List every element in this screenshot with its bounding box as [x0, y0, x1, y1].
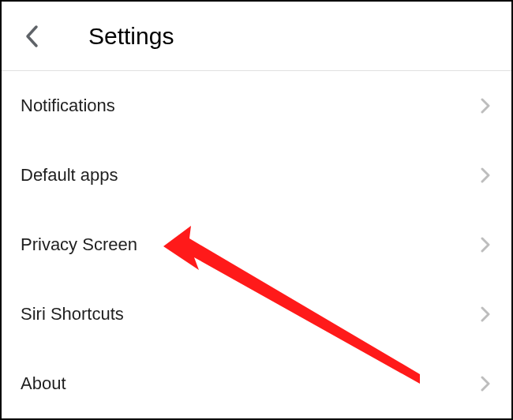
chevron-right-icon [478, 238, 492, 252]
header: Settings [2, 2, 511, 71]
list-item-label: Notifications [21, 96, 115, 116]
list-item-label: Privacy Screen [21, 234, 137, 255]
list-item-label: Siri Shortcuts [21, 304, 124, 324]
settings-list: Notifications Default apps Privacy Scree… [2, 71, 511, 418]
page-title: Settings [88, 23, 174, 50]
list-item-privacy-screen[interactable]: Privacy Screen [21, 210, 492, 279]
list-item-about[interactable]: About [21, 349, 492, 418]
chevron-right-icon [478, 307, 492, 321]
list-item-notifications[interactable]: Notifications [21, 71, 492, 141]
chevron-right-icon [478, 377, 492, 391]
chevron-left-icon [24, 24, 39, 48]
chevron-right-icon [478, 99, 492, 113]
list-item-default-apps[interactable]: Default apps [21, 141, 492, 210]
list-item-label: Default apps [21, 165, 118, 186]
back-button[interactable] [16, 21, 47, 52]
list-item-label: About [21, 373, 66, 394]
chevron-right-icon [478, 168, 492, 182]
list-item-siri-shortcuts[interactable]: Siri Shortcuts [21, 279, 492, 349]
